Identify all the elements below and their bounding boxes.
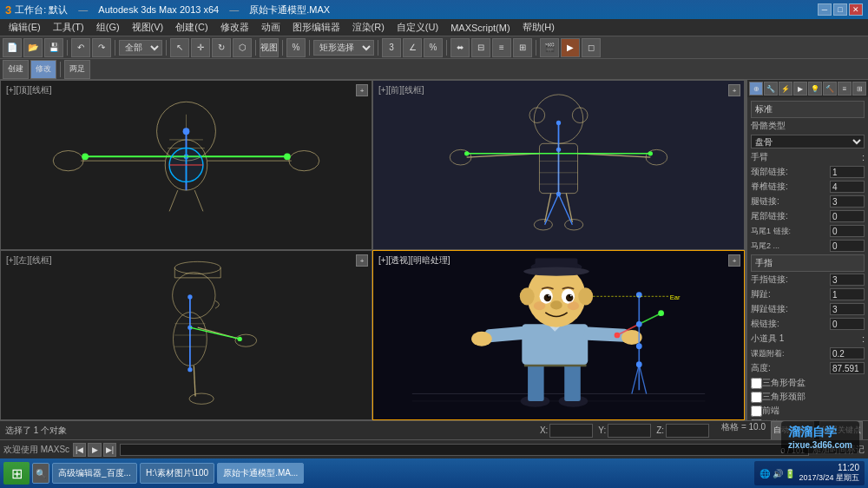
open-button[interactable]: 📂 [23,38,43,57]
rp-bone-type-label: 骨骼类型 [751,120,865,132]
taskbar-item-search[interactable]: 🔍 [32,463,49,484]
rotate-button[interactable]: ↻ [212,38,231,57]
viewport-bottom-right-menu[interactable]: + [728,254,740,267]
rp-front-end-row: 前端 [751,405,865,417]
svg-line-25 [467,154,540,157]
menu-tools[interactable]: 工具(T) [48,20,89,35]
rp-height-input[interactable] [830,362,865,374]
menu-create[interactable]: 创建(C) [170,20,213,35]
svg-point-42 [648,151,653,155]
menu-help[interactable]: 帮助(H) [517,20,560,35]
svg-line-7 [194,190,203,211]
rp-triangle-neck-check[interactable] [751,392,762,403]
rp-spine-input[interactable] [830,181,865,193]
viewport-top-left-menu[interactable]: + [356,84,368,96]
menu-custom[interactable]: 自定义(U) [391,20,444,35]
rp-root-input[interactable] [830,318,865,330]
modify-tab[interactable]: 修改 [30,60,56,79]
viewport-bottom-right[interactable]: [+][透视][明暗处理] + [372,250,745,420]
taskbar-item-2[interactable]: H:\素材图片\100 [140,463,214,484]
viewport-top-right[interactable]: [+][前][线框] + [372,80,745,250]
scale-button[interactable]: ⬡ [233,38,252,57]
x-coord-field: X: [540,421,593,440]
mirror-button[interactable]: ⬌ [450,38,470,57]
start-button[interactable]: ⊞ [3,462,30,485]
x-input[interactable] [549,424,593,438]
biped-button[interactable]: 两足 [64,60,90,79]
play-button[interactable]: ▶ [88,443,101,457]
viewport-top-right-menu[interactable]: + [728,84,740,96]
select-region-dropdown[interactable]: 矩形选择 [313,40,374,56]
timeline-area[interactable]: 0 / 101 [120,444,809,456]
percent-button[interactable]: % [286,38,306,57]
rp-finger-input[interactable] [830,274,865,286]
rp-tab-modify[interactable]: 🔧 [764,82,778,96]
rp-tab-extra[interactable]: ≡ [838,82,852,96]
minimize-button[interactable]: ─ [818,3,832,16]
menu-render[interactable]: 渲染(R) [347,20,390,35]
rp-triangle-pelvis-check[interactable] [751,378,762,389]
menu-maxscript[interactable]: MAXScript(M) [445,22,515,34]
viewport-bottom-left-menu[interactable]: + [356,254,368,267]
maximize-button[interactable]: □ [833,3,847,16]
z-coord-field: Z: [656,421,709,440]
menu-group[interactable]: 组(G) [91,20,125,35]
viewport-bottom-left[interactable]: [+][左][线框] + [0,250,372,420]
select-button[interactable]: ↖ [170,38,189,57]
menu-modifier[interactable]: 修改器 [215,20,254,35]
rp-tab-create[interactable]: ⊕ [749,82,763,96]
create-tab[interactable]: 创建 [3,60,29,79]
rp-tail-input[interactable] [830,210,865,222]
prev-frame-button[interactable]: |◀ [73,443,86,457]
rp-ponytail1-input[interactable] [830,225,865,237]
y-label: Y: [598,425,606,435]
new-button[interactable]: 📄 [3,38,22,57]
status-text: 选择了 1 个对象 [5,425,533,437]
redo-button[interactable]: ↷ [92,38,111,57]
snap-button[interactable]: 3 [382,38,401,57]
rp-tab-hierarchy[interactable]: ⚡ [779,82,792,96]
z-input[interactable] [666,424,709,438]
save-button[interactable]: 💾 [44,38,63,57]
taskbar-item-1[interactable]: 高级编辑器_百度... [52,463,137,484]
scene-graph-button[interactable]: ⊞ [513,38,532,57]
rp-neck-input[interactable] [830,166,865,178]
angle-snap-button[interactable]: ∠ [403,38,422,57]
rp-toe-link-row: 脚趾链接: [751,303,865,315]
render-button[interactable]: ▶ [561,38,580,57]
rp-arm-row: 手臂 : [751,151,865,163]
rp-tab-motion[interactable]: ▶ [793,82,807,96]
rp-tab-display[interactable]: 💡 [808,82,822,96]
menu-edit[interactable]: 编辑(E) [3,20,46,35]
menu-animation[interactable]: 动画 [256,20,286,35]
rp-bone-type-dropdown[interactable]: 盘骨 [751,135,865,148]
rp-tab-utilities[interactable]: 🔨 [823,82,837,96]
rp-front-end-check[interactable] [751,406,762,417]
rp-toe-link-input[interactable] [830,303,865,315]
rp-toe-input[interactable] [830,288,865,300]
rp-attach-input[interactable] [830,347,865,359]
taskbar-item-3[interactable]: 原始卡通模型.MA... [217,463,304,484]
z-label: Z: [656,425,664,435]
menu-graph-editor[interactable]: 图形编辑器 [287,20,345,35]
render-setup-button[interactable]: 🎬 [540,38,559,57]
percent-snap-button[interactable]: % [424,38,443,57]
rp-tab-extra2[interactable]: ⊞ [852,82,866,96]
rp-leg-input[interactable] [830,195,865,208]
toolbar-separator-5 [282,40,283,56]
rp-ponytail2-input[interactable] [830,240,865,252]
menu-view[interactable]: 视图(V) [127,20,169,35]
close-button[interactable]: ✕ [849,3,863,16]
y-input[interactable] [608,424,651,438]
svg-line-37 [559,195,573,225]
view-button[interactable]: 视图 [260,38,279,57]
viewport-top-left[interactable]: [+][顶][线框] + [0,80,372,250]
align-button[interactable]: ⊟ [471,38,490,57]
undo-button[interactable]: ↶ [71,38,90,57]
filter-dropdown[interactable]: 全部 [119,40,162,56]
rp-ponytail1-label: 马尾1 链接: [751,226,830,237]
layer-button[interactable]: ≡ [492,38,511,57]
next-frame-button[interactable]: ▶| [103,443,116,457]
move-button[interactable]: ✛ [191,38,210,57]
material-editor-button[interactable]: ◻ [582,38,601,57]
